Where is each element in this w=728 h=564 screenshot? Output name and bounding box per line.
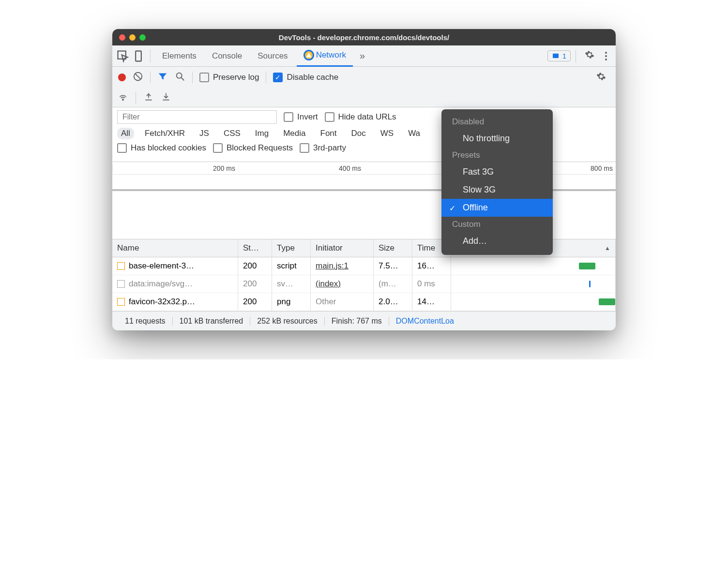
window-title: DevTools - developer.chrome.com/docs/dev… [112, 33, 616, 42]
maximize-window-button[interactable] [139, 34, 146, 41]
file-icon [117, 280, 125, 288]
cell-status: 200 [238, 275, 272, 293]
table-row[interactable]: data:image/svg…200sv…(index)(m…0 ms [112, 275, 616, 293]
status-bar: 11 requests 101 kB transferred 252 kB re… [112, 311, 616, 330]
search-icon[interactable] [175, 71, 185, 84]
file-icon [117, 262, 125, 270]
filter-type-media[interactable]: Media [279, 128, 309, 139]
cell-waterfall [451, 293, 616, 311]
svg-rect-2 [553, 53, 559, 58]
more-menu-icon[interactable] [600, 52, 612, 60]
dropdown-header-disabled: Disabled [441, 114, 553, 130]
tab-console[interactable]: Console [205, 45, 249, 67]
filter-type-all[interactable]: All [117, 128, 134, 139]
record-button[interactable] [118, 74, 126, 81]
throttle-add[interactable]: Add… [441, 232, 553, 250]
blocked-cookies-checkbox[interactable]: Has blocked cookies [117, 143, 206, 153]
throttling-dropdown: Disabled No throttling Presets Fast 3G S… [441, 109, 553, 255]
traffic-lights [119, 34, 146, 41]
svg-rect-1 [136, 51, 141, 61]
status-finish: Finish: 767 ms [325, 317, 389, 326]
inspect-icon[interactable] [116, 49, 130, 63]
filter-type-css[interactable]: CSS [220, 128, 244, 139]
filter-type-doc[interactable]: Doc [348, 128, 370, 139]
filter-type-js[interactable]: JS [196, 128, 213, 139]
table-row[interactable]: base-element-3…200scriptmain.js:17.5…16… [112, 257, 616, 275]
issues-button[interactable]: 1 [547, 50, 571, 61]
cell-type: png [272, 293, 311, 311]
tab-sources[interactable]: Sources [251, 45, 294, 67]
network-toolbar-2 [112, 88, 616, 107]
throttle-no-throttling[interactable]: No throttling [441, 130, 553, 148]
warning-icon [303, 50, 314, 60]
svg-line-6 [182, 77, 184, 80]
blocked-requests-checkbox[interactable]: Blocked Requests [213, 143, 293, 153]
cell-waterfall [451, 275, 616, 293]
cell-type: sv… [272, 275, 311, 293]
cell-size: (m… [374, 275, 412, 293]
request-name: favicon-32x32.p… [129, 297, 195, 307]
cell-status: 200 [238, 293, 272, 311]
dropdown-header-custom: Custom [441, 217, 553, 232]
filter-type-ws[interactable]: WS [377, 128, 397, 139]
cell-initiator[interactable]: main.js:1 [311, 257, 374, 275]
tabs-overflow-button[interactable]: » [355, 50, 370, 61]
filter-type-img[interactable]: Img [251, 128, 273, 139]
preserve-log-checkbox[interactable]: Preserve log [199, 73, 259, 82]
export-har-icon[interactable] [161, 92, 171, 104]
minimize-window-button[interactable] [129, 34, 136, 41]
cell-waterfall [451, 257, 616, 275]
filter-type-fetch[interactable]: Fetch/XHR [141, 128, 189, 139]
filter-input[interactable] [117, 110, 277, 124]
cell-size: 7.5… [374, 257, 412, 275]
col-initiator[interactable]: Initiator [311, 239, 374, 257]
svg-line-4 [136, 74, 141, 79]
col-status[interactable]: St… [238, 239, 272, 257]
cell-time: 16… [412, 257, 451, 275]
cell-status: 200 [238, 257, 272, 275]
device-mode-icon[interactable] [132, 49, 145, 63]
table-row[interactable]: favicon-32x32.p…200pngOther2.0…14… [112, 293, 616, 311]
sort-indicator-icon: ▲ [605, 245, 610, 252]
request-name: base-element-3… [129, 261, 194, 271]
network-settings-icon[interactable] [592, 72, 610, 84]
clear-icon[interactable] [133, 71, 143, 84]
filter-type-wasm[interactable]: Wa [404, 128, 424, 139]
col-name[interactable]: Name [112, 239, 238, 257]
status-transferred: 101 kB transferred [173, 317, 251, 326]
throttle-fast-3g[interactable]: Fast 3G [441, 163, 553, 181]
import-har-icon[interactable] [144, 92, 153, 104]
disable-cache-checkbox[interactable]: ✓ Disable cache [273, 73, 338, 82]
dropdown-header-presets: Presets [441, 148, 553, 163]
cell-initiator[interactable]: (index) [311, 275, 374, 293]
throttle-slow-3g[interactable]: Slow 3G [441, 181, 553, 199]
cell-time: 14… [412, 293, 451, 311]
close-window-button[interactable] [119, 34, 125, 41]
throttle-offline[interactable]: ✓ Offline [441, 199, 553, 217]
main-tabbar: Elements Console Sources Network » 1 [112, 45, 616, 67]
devtools-window: DevTools - developer.chrome.com/docs/dev… [112, 29, 616, 330]
divider [150, 50, 151, 62]
svg-point-5 [177, 73, 182, 78]
file-icon [117, 298, 125, 306]
network-toolbar: Preserve log ✓ Disable cache [112, 67, 616, 88]
col-size[interactable]: Size [374, 239, 412, 257]
settings-icon[interactable] [581, 50, 598, 62]
filter-icon[interactable] [157, 71, 168, 84]
tab-elements[interactable]: Elements [155, 45, 203, 67]
filter-type-font[interactable]: Font [317, 128, 341, 139]
third-party-checkbox[interactable]: 3rd-party [300, 143, 346, 153]
cell-initiator[interactable]: Other [311, 293, 374, 311]
hide-data-urls-checkbox[interactable]: Hide data URLs [325, 112, 396, 122]
status-resources: 252 kB resources [250, 317, 325, 326]
cell-type: script [272, 257, 311, 275]
invert-checkbox[interactable]: Invert [284, 112, 318, 122]
check-icon: ✓ [449, 203, 455, 212]
titlebar: DevTools - developer.chrome.com/docs/dev… [112, 29, 616, 45]
network-conditions-icon[interactable] [118, 92, 128, 104]
cell-size: 2.0… [374, 293, 412, 311]
tab-network[interactable]: Network [297, 45, 353, 67]
col-type[interactable]: Type [272, 239, 311, 257]
cell-time: 0 ms [412, 275, 451, 293]
status-dcl: DOMContentLoa [389, 317, 461, 326]
